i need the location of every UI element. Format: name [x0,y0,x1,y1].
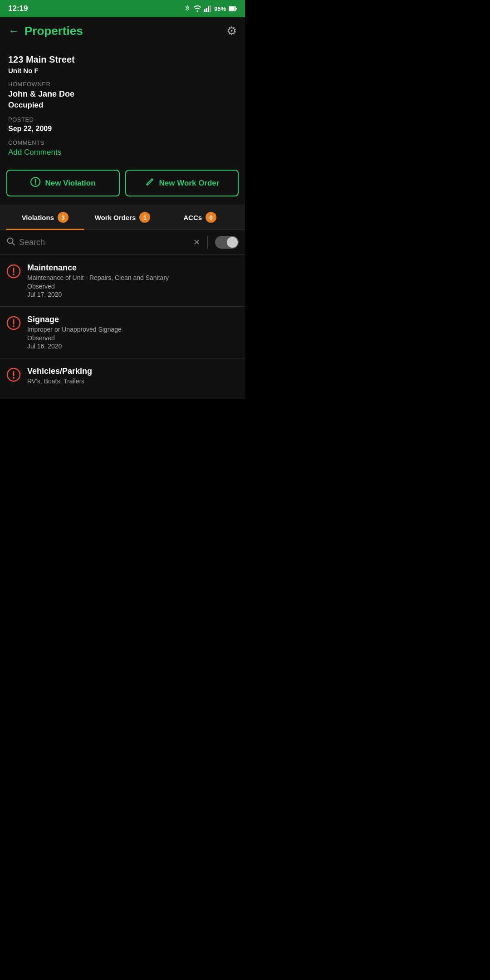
svg-rect-6 [236,8,237,10]
search-bar: ✕ [0,230,245,255]
add-comments-button[interactable]: Add Comments [8,148,237,157]
posted-label: POSTED [8,116,237,123]
back-button[interactable]: ← [8,24,19,37]
svg-rect-5 [229,7,235,10]
violation-details: Vehicles/Parking RV's, Boats, Trailers [27,367,92,386]
occupancy-status: Occupied [8,101,237,110]
svg-line-11 [12,243,15,245]
svg-point-9 [35,183,36,185]
tab-violations-label: Violations [22,214,54,221]
violation-description: Maintenance of Unit - Repairs, Clean and… [27,274,169,281]
table-row[interactable]: Maintenance Maintenance of Unit - Repair… [0,255,245,307]
svg-rect-1 [206,8,207,12]
new-violation-icon [30,177,40,189]
svg-rect-2 [208,6,209,12]
violation-details: Maintenance Maintenance of Unit - Repair… [27,263,169,298]
new-work-order-icon [145,177,155,189]
status-time: 12:19 [8,4,28,13]
tab-accs-label: ACCs [183,214,202,221]
status-icons: 95% [184,5,237,13]
search-divider [207,235,208,249]
violation-alert-icon [6,316,21,333]
table-row[interactable]: Vehicles/Parking RV's, Boats, Trailers [0,358,245,399]
property-address: 123 Main Street [8,54,237,65]
tab-work-orders[interactable]: Work Orders 1 [84,205,162,229]
signal-icon [204,5,211,12]
battery-text: 95% [214,5,226,12]
violations-list: Maintenance Maintenance of Unit - Repair… [0,255,245,399]
homeowner-name: John & Jane Doe [8,89,237,99]
tab-work-orders-badge: 1 [139,212,150,223]
violation-title: Signage [27,315,122,324]
status-bar: 12:19 95% [0,0,245,17]
svg-point-14 [13,274,15,275]
page-title: Properties [24,24,83,38]
property-unit: Unit No F [8,67,237,74]
wifi-icon [193,5,201,12]
search-clear-button[interactable]: ✕ [193,237,200,247]
violation-description: Improper or Unapproved Signage [27,326,122,333]
tab-violations[interactable]: Violations 3 [6,205,84,229]
violation-date: Jul 17, 2020 [27,291,169,298]
top-bar-left: ← Properties [8,24,83,38]
search-icon [6,237,15,248]
battery-icon [229,6,237,11]
svg-rect-0 [204,9,206,12]
search-input[interactable] [19,238,190,247]
property-info: 123 Main Street Unit No F HOMEOWNER John… [0,44,245,170]
svg-point-20 [13,377,15,379]
violation-title: Maintenance [27,263,169,273]
bluetooth-icon [184,5,191,13]
tab-accs-badge: 0 [206,212,216,223]
comments-label: COMMENTS [8,139,237,146]
tab-accs[interactable]: ACCs 0 [161,205,239,229]
table-row[interactable]: Signage Improper or Unapproved Signage O… [0,307,245,358]
homeowner-label: HOMEOWNER [8,81,237,88]
new-violation-label: New Violation [45,179,95,188]
new-work-order-label: New Work Order [159,179,220,188]
posted-date: Sep 22, 2009 [8,125,237,133]
new-work-order-button[interactable]: New Work Order [125,170,239,196]
tabs-container: Violations 3 Work Orders 1 ACCs 0 [0,205,245,230]
filter-toggle[interactable] [215,236,239,249]
settings-button[interactable]: ⚙ [226,24,237,38]
violation-title: Vehicles/Parking [27,367,92,376]
violation-alert-icon [6,368,21,385]
tab-violations-badge: 3 [58,212,69,223]
svg-rect-3 [210,5,211,12]
violation-description: RV's, Boats, Trailers [27,377,92,385]
toggle-knob [227,237,238,248]
action-buttons: New Violation New Work Order [0,170,245,205]
tab-work-orders-label: Work Orders [95,214,136,221]
svg-point-17 [13,325,15,327]
new-violation-button[interactable]: New Violation [6,170,120,196]
violation-details: Signage Improper or Unapproved Signage O… [27,315,122,350]
violation-status: Observed [27,334,122,342]
violation-date: Jul 16, 2020 [27,343,122,350]
top-bar: ← Properties ⚙ [0,17,245,44]
violation-alert-icon [6,264,21,282]
violation-status: Observed [27,283,169,290]
